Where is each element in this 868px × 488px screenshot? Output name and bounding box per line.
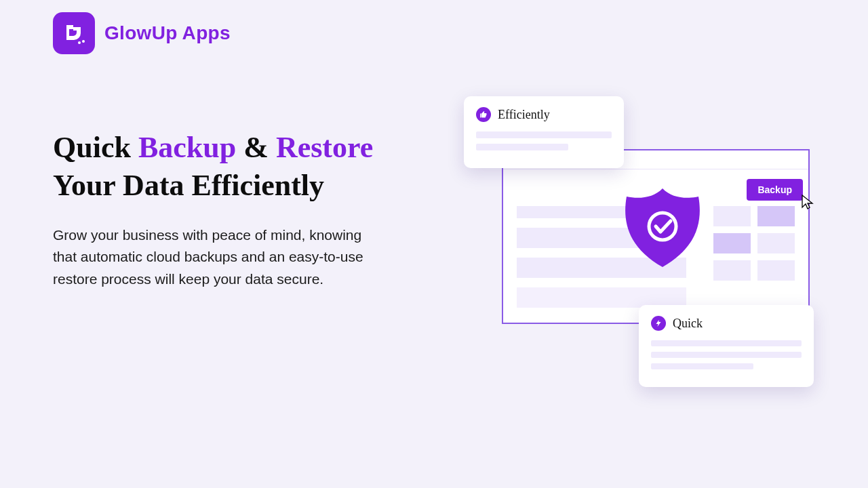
shield-icon bbox=[618, 184, 707, 272]
hero-subtitle: Grow your business with peace of mind, k… bbox=[53, 224, 372, 291]
placeholder-cell bbox=[713, 233, 751, 253]
placeholder-grid bbox=[713, 206, 795, 281]
brand-name: GlowUp Apps bbox=[104, 22, 231, 44]
placeholder-line bbox=[651, 352, 802, 358]
placeholder-cell bbox=[757, 233, 795, 253]
hero-title-accent: Backup bbox=[138, 131, 236, 164]
hero-title-segment: & bbox=[236, 131, 276, 164]
float-card-quick: Quick bbox=[639, 305, 814, 387]
brand-logo bbox=[53, 12, 95, 54]
placeholder-cell bbox=[757, 206, 795, 226]
hero-title-accent: Restore bbox=[276, 131, 373, 164]
cursor-icon bbox=[800, 194, 816, 210]
placeholder-line bbox=[476, 131, 612, 138]
placeholder-line bbox=[476, 144, 568, 150]
placeholder-line bbox=[651, 363, 753, 369]
float-card-title: Quick bbox=[673, 317, 703, 331]
backup-button-wrap: Backup bbox=[747, 179, 803, 201]
thumbs-up-icon bbox=[476, 107, 491, 122]
hero-title-segment: Quick bbox=[53, 131, 138, 164]
bolt-icon bbox=[651, 316, 666, 331]
panel-col-right bbox=[713, 206, 795, 310]
placeholder-line bbox=[651, 340, 802, 346]
illustration: Backup Efficiently bbox=[448, 88, 854, 454]
float-card-efficiently: Efficiently bbox=[464, 96, 624, 168]
placeholder-cell bbox=[757, 260, 795, 281]
hero-title: Quick Backup & Restore Your Data Efficie… bbox=[53, 129, 412, 205]
placeholder-cell bbox=[713, 206, 751, 226]
svg-point-1 bbox=[82, 40, 85, 43]
hero-text: Quick Backup & Restore Your Data Efficie… bbox=[53, 129, 412, 290]
float-card-title: Efficiently bbox=[498, 108, 550, 122]
brand: GlowUp Apps bbox=[53, 12, 231, 54]
backup-button[interactable]: Backup bbox=[747, 179, 803, 201]
placeholder-cell bbox=[713, 260, 751, 281]
hero-title-segment: Your Data Efficiently bbox=[53, 169, 324, 202]
glowup-logo-icon bbox=[59, 18, 89, 48]
svg-point-0 bbox=[78, 41, 81, 44]
